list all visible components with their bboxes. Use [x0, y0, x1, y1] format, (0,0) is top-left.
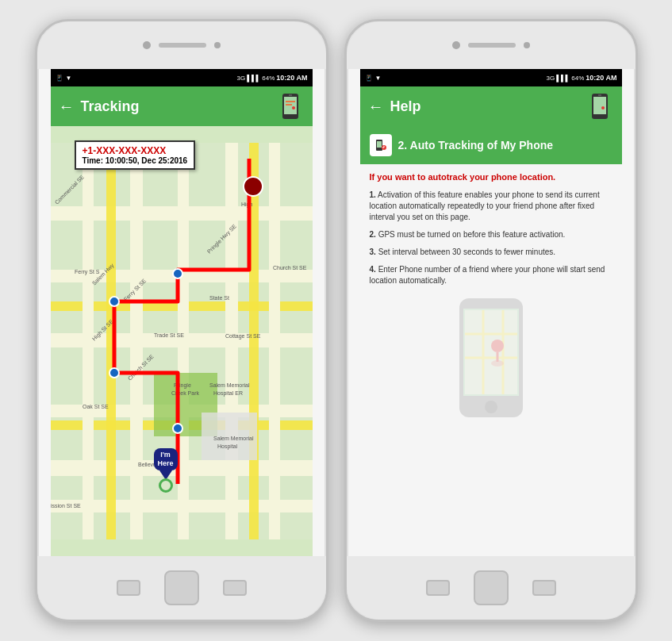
back-button-2[interactable]: ←: [368, 98, 384, 116]
proximity-sensor: [214, 42, 221, 48]
status-bar-1: 📱 ▼ 3G ▌▌▌ 64% 10:20 AM: [51, 69, 313, 86]
wifi-icon: ▼: [66, 75, 72, 82]
svg-rect-51: [593, 97, 606, 114]
svg-point-47: [109, 368, 119, 378]
svg-rect-1: [284, 97, 297, 114]
im-here-circle: [159, 478, 173, 493]
svg-text:State St: State St: [209, 295, 229, 301]
tracking-app-header: ← Tracking: [51, 86, 313, 126]
back-nav-button-1[interactable]: [223, 580, 247, 596]
status-bar-2: 📱 ▼ 3G ▌▌▌ 64% 10:20 AM: [360, 69, 622, 86]
help-item-1: 1. Activation of this feature enables yo…: [370, 190, 612, 223]
popup-phone-number: +1-XXX-XXX-XXXX: [83, 145, 188, 156]
tracking-header-icon: [276, 92, 305, 121]
svg-text:ission St SE: ission St SE: [51, 503, 81, 509]
svg-rect-18: [225, 143, 238, 539]
svg-point-53: [601, 106, 605, 109]
help-item-3: 3. Set interval between 30 seconds to fe…: [370, 247, 612, 258]
map-svg: Commercial SE Ferry St S Trade St SE Oak…: [51, 126, 313, 556]
help-item-2: 2. GPS must be turned on before this fea…: [370, 229, 612, 240]
network-label-2: 3G: [547, 75, 555, 82]
battery-label-2: 64%: [571, 75, 584, 82]
back-nav-button-2[interactable]: [532, 580, 556, 596]
tracking-title: Tracking: [81, 98, 270, 115]
front-camera-2: [452, 41, 460, 49]
phone-bottom-hardware-1: [37, 556, 326, 620]
help-subtitle: If you want to autotrack your phone loca…: [370, 172, 612, 182]
svg-point-65: [491, 340, 504, 352]
svg-text:Salem Memorial: Salem Memorial: [213, 436, 254, 441]
help-section-title: 2. Auto Tracking of My Phone: [398, 139, 554, 152]
svg-point-48: [173, 424, 182, 433]
recent-apps-button-1[interactable]: [117, 580, 140, 596]
svg-point-46: [109, 297, 119, 306]
svg-point-66: [491, 360, 504, 367]
help-section-header: 2. Auto Tracking of My Phone: [360, 126, 622, 164]
svg-text:Salem Memorial: Salem Memorial: [209, 382, 250, 388]
svg-text:Church St SE: Church St SE: [273, 265, 307, 271]
home-button-1[interactable]: [164, 570, 199, 605]
svg-text:Creek Park: Creek Park: [171, 390, 200, 396]
status-right-icons-2: 3G ▌▌▌ 64% 10:20 AM: [547, 74, 617, 82]
help-section-icon: [370, 134, 392, 156]
phone-help: 📱 ▼ 3G ▌▌▌ 64% 10:20 AM ← Help: [344, 19, 638, 622]
help-item-4: 4. Enter Phone number of a friend where …: [370, 264, 612, 286]
svg-text:Hospital ER: Hospital ER: [213, 390, 243, 397]
phone-tracking: 📱 ▼ 3G ▌▌▌ 64% 10:20 AM ← Tracking: [35, 19, 328, 622]
im-here-badge: I'mHere: [154, 448, 178, 470]
battery-label: 64%: [262, 75, 275, 82]
proximity-sensor-2: [524, 42, 530, 48]
earpiece-speaker: [159, 43, 206, 48]
signal-icon: ▌▌▌: [247, 75, 260, 82]
svg-text:Hospital: Hospital: [217, 443, 238, 450]
svg-rect-15: [83, 143, 94, 539]
phone-bottom-hardware-2: [347, 556, 636, 620]
phone-top-hardware: [37, 21, 326, 69]
watermark-phone-svg: [444, 294, 539, 421]
back-button-1[interactable]: ←: [59, 98, 75, 116]
wifi-icon-2: ▼: [375, 75, 382, 82]
main-container: 📱 ▼ 3G ▌▌▌ 64% 10:20 AM ← Tracking: [0, 0, 672, 641]
help-content-area: 2. Auto Tracking of My Phone If you want…: [360, 126, 622, 556]
svg-rect-56: [377, 141, 382, 148]
status-right-icons: 3G ▌▌▌ 64% 10:20 AM: [237, 74, 308, 82]
help-title: Help: [390, 98, 579, 115]
status-left-icons-2: 📱 ▼: [365, 75, 544, 82]
watermark-phone-container: [370, 294, 612, 421]
time-display: 10:20 AM: [276, 74, 307, 82]
svg-rect-16: [130, 143, 143, 539]
phone1-screen: 📱 ▼ 3G ▌▌▌ 64% 10:20 AM ← Tracking: [51, 69, 313, 556]
phone-top-hardware-2: [347, 21, 636, 69]
signal-icon-2: ▌▌▌: [556, 75, 570, 82]
svg-text:Trade St SE: Trade St SE: [154, 332, 184, 338]
svg-point-67: [485, 401, 497, 413]
recent-apps-button-2[interactable]: [426, 580, 450, 596]
im-here-marker: I'mHere: [154, 448, 178, 493]
earpiece-speaker-2: [468, 43, 516, 48]
svg-text:Cottage St SE: Cottage St SE: [225, 333, 261, 340]
svg-rect-60: [465, 310, 517, 394]
help-app-header: ← Help: [360, 86, 622, 126]
svg-point-49: [244, 177, 263, 196]
phone-icon-2: 📱: [365, 75, 373, 82]
phone-icon: 📱: [56, 75, 63, 82]
svg-text:Oak St SE: Oak St SE: [83, 404, 109, 409]
svg-point-45: [173, 269, 182, 278]
help-header-icon: [586, 92, 614, 121]
map-popup: +1-XXX-XXX-XXXX Time: 10:00:50, Dec 25:2…: [75, 140, 196, 170]
time-display-2: 10:20 AM: [586, 74, 616, 82]
home-button-2[interactable]: [474, 570, 509, 605]
phone2-screen: 📱 ▼ 3G ▌▌▌ 64% 10:20 AM ← Help: [360, 69, 622, 556]
network-label: 3G: [237, 75, 246, 82]
front-camera: [143, 41, 151, 49]
help-body: If you want to autotrack your phone loca…: [360, 164, 622, 556]
status-left-icons: 📱 ▼: [56, 75, 235, 82]
popup-timestamp: Time: 10:00:50, Dec 25:2016: [83, 156, 188, 165]
tracking-map: Commercial SE Ferry St S Trade St SE Oak…: [51, 126, 313, 556]
svg-text:Ferry St S: Ferry St S: [75, 269, 100, 275]
svg-rect-19: [269, 143, 280, 539]
svg-point-5: [292, 106, 295, 109]
